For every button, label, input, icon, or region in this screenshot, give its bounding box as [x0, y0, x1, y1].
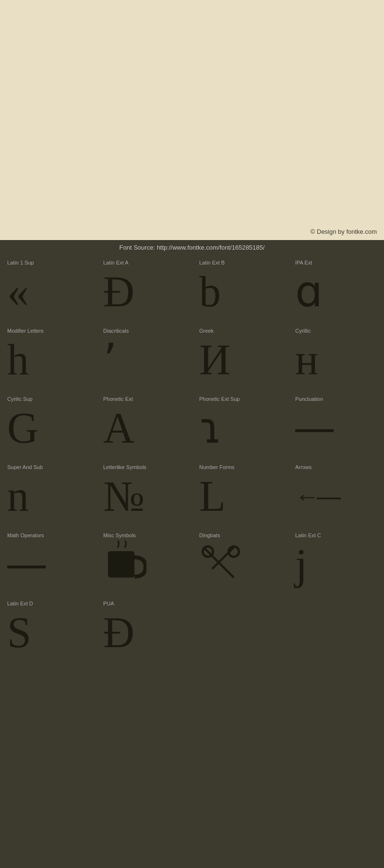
cell-label-6: Greek [199, 328, 214, 334]
font-source-label: Font Source: [120, 244, 155, 251]
grid-cell-11[interactable]: Punctuation [288, 391, 384, 459]
cell-label-0: Latin 1 Sup [7, 260, 34, 265]
cell-glyph-14: L [199, 472, 226, 520]
grid-cell-13[interactable]: Letterlike Symbols№ [96, 459, 192, 528]
cell-glyph-7: н [295, 336, 318, 384]
cell-label-5: Diacriticals [103, 328, 129, 334]
cell-glyph-12: n [7, 472, 29, 520]
cell-label-20: Latin Ext D [7, 601, 33, 606]
grid-cell-2[interactable]: Latin Ext Bb [192, 255, 288, 323]
cell-label-17: Misc Symbols [103, 532, 136, 538]
grid-cell-0[interactable]: Latin 1 Sup« [0, 255, 96, 323]
cell-glyph-3: ɑ [295, 268, 323, 316]
cell-label-21: PUA [103, 601, 114, 606]
cell-glyph-2: b [199, 268, 221, 316]
grid-cell-18[interactable]: Dingbats [192, 528, 288, 596]
grid-cell-17[interactable]: Misc Symbols [96, 528, 192, 596]
grid-cell-21[interactable]: PUAÐ [96, 596, 192, 664]
cell-glyph-13: № [103, 472, 144, 520]
hero-section: © Design by fontke.com [0, 0, 384, 240]
cell-glyph-0: « [7, 268, 29, 316]
coffee-icon-17 [103, 541, 146, 589]
cell-label-16: Math Operators [7, 532, 44, 538]
grid-cell-10[interactable]: Phonetic Ext Supɿ [192, 391, 288, 459]
grid-cell-16[interactable]: Math Operators [0, 528, 96, 596]
grid-cell-1[interactable]: Latin Ext AĐ [96, 255, 192, 323]
cell-glyph-5: ʼ [103, 336, 117, 384]
cell-label-12: Super And Sub [7, 464, 43, 470]
grid-cell-20[interactable]: Latin Ext DS [0, 596, 96, 664]
cell-label-15: Arrows [295, 464, 312, 470]
dash-icon-16 [7, 566, 46, 568]
grid-cell-4[interactable]: Modifier Lettersh [0, 323, 96, 391]
cell-label-11: Punctuation [295, 396, 323, 402]
copyright-text: © Design by fontke.com [311, 228, 377, 235]
cell-label-4: Modifier Letters [7, 328, 44, 334]
grid-cell-9[interactable]: Phonetic ExtA [96, 391, 192, 459]
font-source-bar: Font Source: http://www.fontke.com/font/… [0, 240, 384, 255]
cell-label-19: Latin Ext C [295, 532, 321, 538]
cell-glyph-9: A [103, 404, 134, 452]
glyph-grid: Latin 1 Sup«Latin Ext AĐLatin Ext BbIPA … [0, 255, 384, 664]
cell-glyph-6: И [199, 336, 230, 384]
cell-label-18: Dingbats [199, 532, 220, 538]
grid-cell-15[interactable]: Arrows←— [288, 459, 384, 528]
cell-label-7: Cyrillic [295, 328, 311, 334]
grid-cell-3[interactable]: IPA Extɑ [288, 255, 384, 323]
cell-glyph-1: Đ [103, 268, 134, 316]
arrow-icon-15: ←— [295, 472, 338, 520]
svg-rect-0 [108, 551, 134, 578]
grid-cell-5[interactable]: Diacriticalsʼ [96, 323, 192, 391]
cell-glyph-4: h [7, 336, 29, 384]
cell-label-10: Phonetic Ext Sup [199, 396, 240, 402]
grid-cell-7[interactable]: Cyrillicн [288, 323, 384, 391]
cell-glyph-8: G [7, 404, 38, 452]
grid-cell-19[interactable]: Latin Ext Cj [288, 528, 384, 596]
cell-label-3: IPA Ext [295, 260, 312, 265]
cell-glyph-20: S [7, 609, 31, 657]
scissors-icon-18 [199, 541, 242, 589]
cell-label-9: Phonetic Ext [103, 396, 133, 402]
dash-icon-11 [295, 429, 334, 432]
cell-label-14: Number Forms [199, 464, 234, 470]
cell-glyph-19: j [295, 541, 307, 589]
grid-cell-6[interactable]: GreekИ [192, 323, 288, 391]
cell-label-8: Cyrilic Sup [7, 396, 33, 402]
grid-cell-14[interactable]: Number FormsL [192, 459, 288, 528]
font-source-link[interactable]: http://www.fontke.com/font/165285185/ [157, 244, 265, 251]
cell-label-2: Latin Ext B [199, 260, 225, 265]
cell-label-13: Letterlike Symbols [103, 464, 146, 470]
cell-glyph-21: Ð [103, 609, 134, 657]
cell-label-1: Latin Ext A [103, 260, 129, 265]
cell-glyph-10: ɿ [199, 404, 222, 452]
grid-cell-8[interactable]: Cyrilic SupG [0, 391, 96, 459]
grid-cell-12[interactable]: Super And Subn [0, 459, 96, 528]
